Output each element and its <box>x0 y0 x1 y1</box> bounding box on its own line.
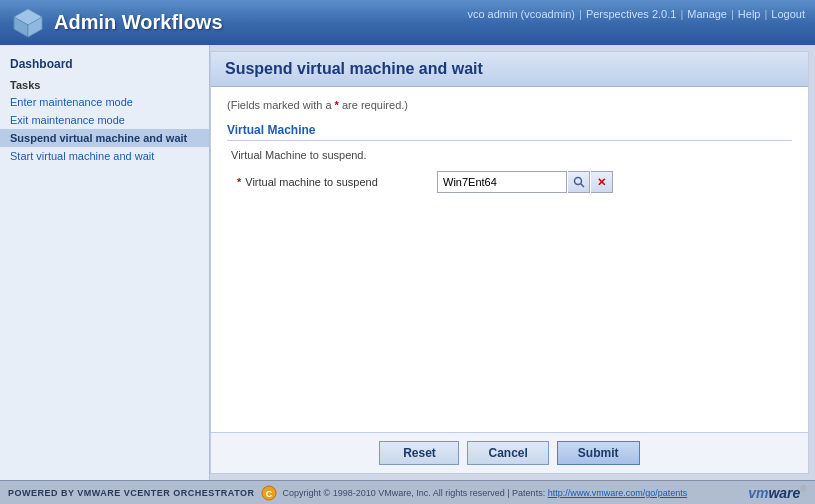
vcenter-icon: C <box>261 485 277 501</box>
section-desc: Virtual Machine to suspend. <box>227 149 792 161</box>
user-info: vco admin (vcoadmin) <box>467 8 575 20</box>
header: Admin Workflows vco admin (vcoadmin) | P… <box>0 0 815 45</box>
cancel-button[interactable]: Cancel <box>467 441 548 465</box>
svg-text:C: C <box>265 489 272 499</box>
bottom-bar: POWERED BY VMWARE VCENTER ORCHESTRATOR C… <box>0 480 815 504</box>
sidebar-item-exit-maintenance[interactable]: Exit maintenance mode <box>0 111 209 129</box>
sidebar-item-suspend-vm[interactable]: Suspend virtual machine and wait <box>0 129 209 147</box>
tasks-label: Tasks <box>0 73 209 93</box>
dashboard-label: Dashboard <box>0 53 209 73</box>
version-info: Perspectives 2.0.1 <box>586 8 677 20</box>
search-icon <box>573 176 585 188</box>
patent-link[interactable]: http://www.vmware.com/go/patents <box>548 488 688 498</box>
app-title: Admin Workflows <box>54 11 223 34</box>
required-note: (Fields marked with a * are required.) <box>227 99 792 111</box>
page-title-bar: Suspend virtual machine and wait <box>211 52 808 87</box>
reset-button[interactable]: Reset <box>379 441 459 465</box>
vm-search-button[interactable] <box>568 171 590 193</box>
submit-button[interactable]: Submit <box>557 441 640 465</box>
sidebar-item-enter-maintenance[interactable]: Enter maintenance mode <box>0 93 209 111</box>
content-inner: (Fields marked with a * are required.) V… <box>211 87 808 432</box>
vm-field-label: * Virtual machine to suspend <box>237 176 437 188</box>
copyright-text: Copyright © 1998-2010 VMware, Inc. All r… <box>283 488 688 498</box>
svg-line-5 <box>580 184 584 188</box>
main-container: Dashboard Tasks Enter maintenance mode E… <box>0 45 815 480</box>
manage-link[interactable]: Manage <box>687 8 727 20</box>
help-link[interactable]: Help <box>738 8 761 20</box>
vm-input[interactable] <box>437 171 567 193</box>
vmware-logo: vmware® <box>748 484 807 501</box>
content-footer: Reset Cancel Submit <box>211 432 808 473</box>
vm-input-group: ✕ <box>437 171 613 193</box>
app-logo: Admin Workflows <box>10 5 223 41</box>
logout-link[interactable]: Logout <box>771 8 805 20</box>
vm-clear-button[interactable]: ✕ <box>591 171 613 193</box>
content-panel: Suspend virtual machine and wait (Fields… <box>210 51 809 474</box>
sidebar-item-start-vm[interactable]: Start virtual machine and wait <box>0 147 209 165</box>
vm-form-row: * Virtual machine to suspend ✕ <box>227 171 792 193</box>
sidebar: Dashboard Tasks Enter maintenance mode E… <box>0 45 210 480</box>
logo-icon <box>10 5 46 41</box>
section-title: Virtual Machine <box>227 123 792 141</box>
powered-by-text: POWERED BY VMWARE VCENTER ORCHESTRATOR <box>8 488 255 498</box>
page-title: Suspend virtual machine and wait <box>225 60 483 77</box>
header-nav: vco admin (vcoadmin) | Perspectives 2.0.… <box>467 8 805 20</box>
svg-point-4 <box>574 178 581 185</box>
